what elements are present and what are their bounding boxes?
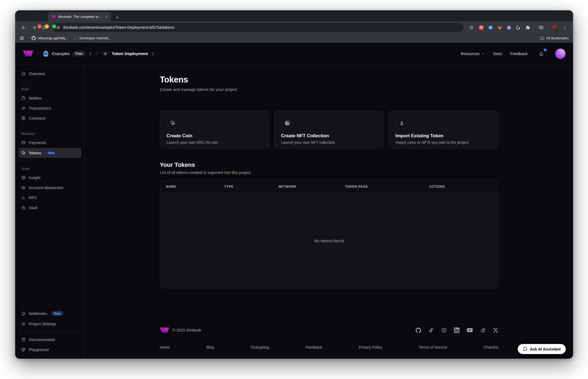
project-selector[interactable]: Token Deployment xyxy=(101,50,155,58)
browser-window: thirdweb: The complete web3 thirdweb.com… xyxy=(15,10,573,359)
column-header-actions: ACTIONS xyxy=(429,185,492,189)
window-controls[interactable] xyxy=(37,24,56,28)
swap-arrows-icon xyxy=(21,106,26,110)
tab-close-icon[interactable] xyxy=(105,15,108,18)
box-icon xyxy=(21,347,26,352)
thirdweb-favicon xyxy=(51,15,56,18)
extensions-puzzle-icon[interactable] xyxy=(523,23,531,31)
apps-grid-icon[interactable] xyxy=(20,36,24,40)
browser-menu-icon[interactable] xyxy=(560,23,569,32)
sidebar-item-contracts[interactable]: Contracts xyxy=(18,113,81,123)
browser-tab-strip: thirdweb: The complete web3 xyxy=(15,10,573,21)
footer-link-blog[interactable]: Blog xyxy=(206,345,214,349)
profile-avatar[interactable] xyxy=(551,23,559,31)
footer-link-home[interactable]: Home xyxy=(160,345,170,349)
column-header-network: NETWORK xyxy=(279,185,345,189)
sidebar-item-tokens[interactable]: Tokens New xyxy=(18,148,81,158)
sidebar-item-rpc[interactable]: RPC xyxy=(18,193,81,202)
youtube-icon[interactable] xyxy=(467,327,473,333)
feedback-link[interactable]: Feedback xyxy=(510,52,528,56)
tiktok-icon[interactable] xyxy=(429,327,434,333)
card-description: Launch your own ERC-20 coin xyxy=(167,140,263,145)
extension-clock-icon[interactable] xyxy=(514,23,522,31)
bookmarks-bar: niftyswap.gg/Nifty... Developer marketi.… xyxy=(15,34,573,43)
bookmark-star-icon[interactable] xyxy=(467,23,476,32)
chevrons-updown-icon[interactable] xyxy=(88,52,92,56)
extension-red-icon[interactable] xyxy=(477,23,485,31)
all-bookmarks-button[interactable]: All Bookmarks xyxy=(540,36,569,40)
sidebar-item-vault[interactable]: Vault xyxy=(18,203,81,212)
reddit-icon[interactable] xyxy=(480,327,486,333)
sidebar-item-documentation[interactable]: Documentation xyxy=(18,335,81,344)
sidebar-item-playground[interactable]: Playground xyxy=(18,345,81,354)
back-icon[interactable] xyxy=(19,23,28,32)
project-name[interactable]: Token Deployment xyxy=(112,51,148,56)
x-icon[interactable] xyxy=(493,328,498,333)
footer-link-changelog[interactable]: Changelog xyxy=(251,345,269,349)
forward-icon[interactable] xyxy=(29,23,39,32)
desktop-background: thirdweb: The complete web3 thirdweb.com… xyxy=(0,0,588,379)
team-avatar xyxy=(42,50,49,57)
extension-fox-icon[interactable] xyxy=(496,23,504,31)
github-icon[interactable] xyxy=(416,327,421,333)
credit-card-icon xyxy=(21,140,26,145)
footer-link-privacy-policy[interactable]: Privacy Policy xyxy=(359,345,382,349)
browser-tab[interactable]: thirdweb: The complete web3 xyxy=(48,12,111,21)
url-text[interactable]: thirdweb.com/team/examples/Token-Deploym… xyxy=(63,25,174,30)
bookmark-label: niftyswap.gg/Nifty... xyxy=(38,36,68,40)
sidebar-item-account-abstraction[interactable]: Account Abstraction xyxy=(18,183,81,192)
notifications-button[interactable] xyxy=(536,48,547,59)
sidebar-item-webhooks[interactable]: Webhooks New xyxy=(18,308,81,319)
social-links xyxy=(416,327,498,333)
tab-search-icon[interactable] xyxy=(536,23,546,32)
minimize-window-button[interactable] xyxy=(45,24,49,28)
sidebar-item-payments[interactable]: Payments xyxy=(18,138,81,147)
resources-menu[interactable]: Resources xyxy=(461,52,485,56)
sidebar-item-label: Insight xyxy=(29,176,40,180)
sidebar-item-project-settings[interactable]: Project Settings xyxy=(18,319,81,329)
sidebar-item-wallets[interactable]: Wallets xyxy=(18,93,81,103)
footer-link-feedback[interactable]: Feedback xyxy=(305,345,322,349)
thirdweb-logo[interactable] xyxy=(23,50,33,57)
url-bar[interactable]: thirdweb.com/team/examples/Token-Deploym… xyxy=(52,23,464,32)
footer-link-chainlist[interactable]: Chainlist xyxy=(484,345,498,349)
close-window-button[interactable] xyxy=(37,24,41,28)
sidebar: Overview Build Wallets Transactions Cont… xyxy=(15,65,85,359)
sidebar-item-label: Vault xyxy=(29,206,37,210)
zoom-window-button[interactable] xyxy=(52,24,56,28)
new-tab-button[interactable] xyxy=(115,15,119,20)
account-avatar[interactable] xyxy=(555,49,565,59)
extension-ghost-icon[interactable] xyxy=(505,23,513,31)
docs-link[interactable]: Docs xyxy=(493,52,502,56)
browser-toolbar: thirdweb.com/team/examples/Token-Deploym… xyxy=(15,21,573,34)
coins-icon xyxy=(21,151,26,155)
tab-title: thirdweb: The complete web3 xyxy=(58,15,103,19)
sidebar-section-scale: Scale xyxy=(18,164,81,173)
sidebar-item-overview[interactable]: Overview xyxy=(18,69,81,78)
table-header-row: NAME TYPE NETWORK TOKEN PAGE ACTIONS xyxy=(160,180,498,193)
footer-link-terms-of-service[interactable]: Terms of Service xyxy=(419,345,447,349)
sidebar-section-build: Build xyxy=(18,85,81,93)
linkedin-icon[interactable] xyxy=(454,327,459,333)
team-selector[interactable]: Examples Free xyxy=(42,50,92,57)
bookmark-niftyswap[interactable]: niftyswap.gg/Nifty... xyxy=(31,36,68,40)
ask-ai-label: Ask AI Assistant xyxy=(530,347,561,351)
import-existing-token-card[interactable]: Import Existing Token Import coins or NF… xyxy=(389,110,498,148)
extension-blue-icon[interactable] xyxy=(486,23,494,31)
coins-icon xyxy=(167,117,179,129)
chevrons-updown-icon[interactable] xyxy=(151,52,155,56)
sidebar-item-insight[interactable]: Insight xyxy=(18,173,81,182)
create-nft-collection-card[interactable]: Create NFT Collection Launch your own NF… xyxy=(274,110,384,148)
contract-icon xyxy=(21,116,26,120)
sidebar-item-label: RPC xyxy=(29,196,37,200)
sidebar-item-label: Tokens xyxy=(29,151,41,155)
sidebar-item-transactions[interactable]: Transactions xyxy=(18,103,81,113)
site-settings-icon[interactable] xyxy=(56,25,60,30)
team-name[interactable]: Examples xyxy=(52,51,70,56)
create-coin-card[interactable]: Create Coin Launch your own ERC-20 coin xyxy=(160,110,269,148)
sidebar-divider xyxy=(19,332,81,332)
sidebar-item-label: Project Settings xyxy=(29,322,56,326)
ask-ai-assistant-button[interactable]: Ask AI Assistant xyxy=(518,344,566,354)
instagram-icon[interactable] xyxy=(441,327,447,333)
bookmark-developer-marketing[interactable]: Developer marketi... xyxy=(74,36,111,40)
